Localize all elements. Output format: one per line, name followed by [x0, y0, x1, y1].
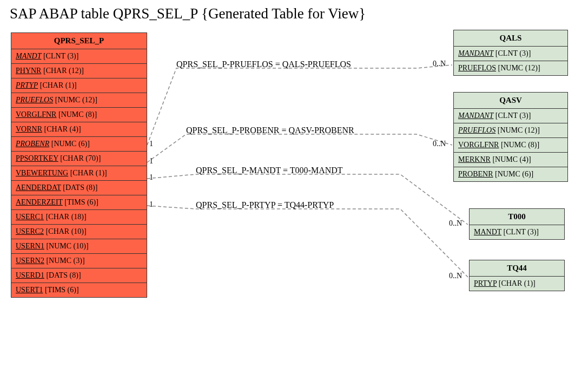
cardinality-right: 0..N [449, 219, 462, 228]
field-name: MANDANT [458, 49, 493, 57]
field-name: PHYNR [16, 67, 41, 75]
cardinality-left: 1 [149, 173, 153, 182]
entity-tq44: TQ44PRTYP [CHAR (1)] [469, 260, 565, 291]
page-title: SAP ABAP table QPRS_SEL_P {Generated Tab… [10, 5, 366, 22]
field-row: PPSORTKEY [CHAR (70)] [11, 152, 147, 166]
field-row: VORGLFNR [NUMC (8)] [11, 108, 147, 122]
field-name: PRUEFLOS [16, 96, 53, 104]
field-row: VBEWERTUNG [CHAR (1)] [11, 166, 147, 181]
field-name: AENDERZEIT [16, 198, 63, 206]
field-name: PRTYP [474, 279, 497, 287]
cardinality-right: 0..N [433, 60, 446, 68]
field-name: MANDANT [458, 111, 493, 120]
entity-qals: QALSMANDANT [CLNT (3)]PRUEFLOS [NUMC (12… [453, 30, 568, 76]
field-name: PROBENR [16, 140, 49, 148]
field-name: MERKNR [458, 155, 491, 163]
field-name: AENDERDAT [16, 183, 61, 192]
field-row: AENDERZEIT [TIMS (6)] [11, 195, 147, 210]
field-name: PROBENR [458, 170, 493, 178]
relation-label: QPRS_SEL_P-PRUEFLOS = QALS-PRUEFLOS [176, 60, 351, 69]
field-name: VBEWERTUNG [16, 169, 68, 177]
entity-header: TQ44 [470, 260, 564, 277]
field-name: PRUEFLOS [458, 126, 495, 134]
field-name: USERN1 [16, 242, 44, 250]
field-row: USERC1 [CHAR (18)] [11, 210, 147, 225]
entity-qprs-sel-p: QPRS_SEL_P MANDT [CLNT (3)]PHYNR [CHAR (… [11, 32, 147, 298]
field-row: USERT1 [TIMS (6)] [11, 283, 147, 297]
field-row: VORNR [CHAR (4)] [11, 122, 147, 137]
field-name: MANDT [474, 228, 501, 236]
field-name: USERD1 [16, 271, 44, 279]
relation-label: QPRS_SEL_P-PRTYP = TQ44-PRTYP [196, 200, 334, 210]
entity-t000: T000MANDT [CLNT (3)] [469, 208, 565, 240]
field-row: USERN2 [NUMC (3)] [11, 254, 147, 268]
entity-header: T000 [470, 209, 564, 225]
relation-label: QPRS_SEL_P-PROBENR = QASV-PROBENR [186, 126, 354, 135]
relation-label: QPRS_SEL_P-MANDT = T000-MANDT [196, 166, 343, 175]
cardinality-right: 0..N [433, 140, 446, 148]
field-row: PRUEFLOS [NUMC (12)] [11, 93, 147, 108]
field-name: USERT1 [16, 286, 43, 294]
field-row: PRTYP [CHAR (1)] [11, 78, 147, 93]
field-row: USERD1 [DATS (8)] [11, 268, 147, 283]
field-name: VORNR [16, 125, 42, 133]
field-name: USERC2 [16, 227, 44, 235]
field-row: AENDERDAT [DATS (8)] [11, 181, 147, 195]
field-name: PRTYP [16, 81, 38, 89]
field-row: MANDT [CLNT (3)] [470, 225, 564, 239]
field-name: USERN2 [16, 257, 44, 265]
cardinality-left: 1 [149, 200, 153, 209]
entity-qasv: QASVMANDANT [CLNT (3)]PRUEFLOS [NUMC (12… [453, 92, 568, 182]
field-name: PRUEFLOS [458, 64, 496, 72]
field-name: VORGLFNR [16, 110, 56, 119]
field-row: PHYNR [CHAR (12)] [11, 64, 147, 78]
field-name: USERC1 [16, 213, 44, 221]
field-row: MANDANT [CLNT (3)] [454, 109, 567, 123]
field-row: MANDANT [CLNT (3)] [454, 47, 567, 61]
field-name: MANDT [16, 52, 41, 60]
field-row: PRTYP [CHAR (1)] [470, 277, 564, 291]
field-row: USERC2 [CHAR (10)] [11, 225, 147, 239]
cardinality-right: 0..N [449, 272, 462, 280]
field-row: PROBENR [NUMC (6)] [11, 137, 147, 152]
field-row: MERKNR [NUMC (4)] [454, 153, 567, 167]
cardinality-left: 1 [149, 157, 153, 166]
field-row: PRUEFLOS [NUMC (12)] [454, 61, 567, 75]
field-row: USERN1 [NUMC (10)] [11, 239, 147, 254]
cardinality-left: 1 [149, 140, 153, 148]
field-row: VORGLFNR [NUMC (8)] [454, 138, 567, 153]
field-name: VORGLFNR [458, 141, 499, 149]
entity-header: QALS [454, 30, 567, 47]
field-row: PROBENR [NUMC (6)] [454, 167, 567, 181]
field-row: MANDT [CLNT (3)] [11, 49, 147, 64]
field-row: PRUEFLOS [NUMC (12)] [454, 123, 567, 138]
entity-header: QASV [454, 93, 567, 109]
entity-header: QPRS_SEL_P [11, 33, 147, 49]
field-name: PPSORTKEY [16, 154, 58, 162]
